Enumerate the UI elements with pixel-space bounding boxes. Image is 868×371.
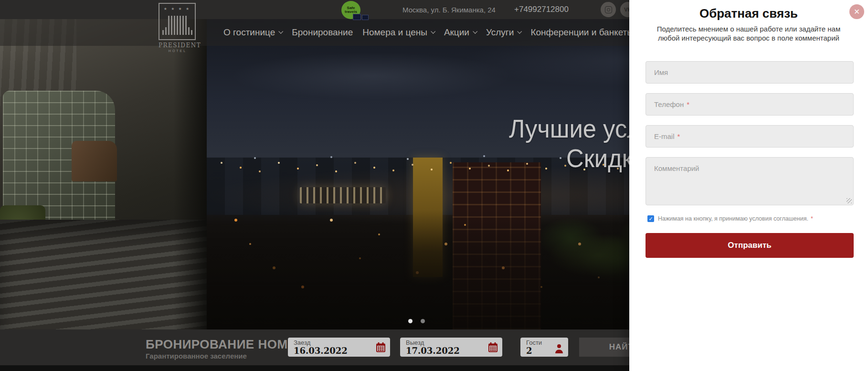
consent-row: ✓ Нажимая на кнопку, я принимаю условия … xyxy=(647,215,813,223)
submit-button[interactable]: Отправить xyxy=(646,233,854,258)
calendar-icon xyxy=(376,342,386,352)
name-input[interactable]: Имя xyxy=(646,61,854,84)
feedback-subtitle: Поделитесь мнением о нашей работе или за… xyxy=(644,24,854,42)
slider-dot-active[interactable] xyxy=(408,319,413,323)
nav-item-conferences[interactable]: Конференции и банкеты xyxy=(530,27,641,38)
hero-image-room xyxy=(0,19,207,329)
person-icon xyxy=(554,343,564,354)
hotel-logo[interactable]: ★ ★ ★ ★ PRESIDENT HOTEL xyxy=(159,3,197,56)
checkin-date-field[interactable]: Заезд 16.03.2022 xyxy=(288,338,390,357)
nav-item-services[interactable]: Услуги xyxy=(486,27,521,38)
logo-building-icon xyxy=(159,14,195,35)
chevron-down-icon xyxy=(431,29,435,34)
required-mark: * xyxy=(687,100,689,108)
feedback-title: Обратная связь xyxy=(629,6,868,21)
checkout-value: 17.03.2022 xyxy=(406,346,498,356)
required-mark: * xyxy=(811,215,813,222)
checkout-label: Выезд xyxy=(406,339,498,346)
nav-item-offers[interactable]: Акции xyxy=(444,27,476,38)
phone-input[interactable]: Телефон * xyxy=(646,93,854,116)
chevron-down-icon xyxy=(473,29,477,34)
logo-stars: ★ ★ ★ ★ xyxy=(159,7,195,11)
required-mark: * xyxy=(677,132,680,140)
calendar-icon xyxy=(488,342,498,352)
nav-item-about[interactable]: О гостинице xyxy=(223,27,282,38)
checkout-date-field[interactable]: Выезд 17.03.2022 xyxy=(400,338,502,357)
nav-item-booking[interactable]: Бронирование xyxy=(292,27,353,38)
page: Лучшие условия Скидка Safe travels Москв… xyxy=(0,0,868,371)
guests-field[interactable]: Гости 2 xyxy=(520,338,568,357)
email-input[interactable]: E-mail * xyxy=(646,125,854,148)
consent-checkbox[interactable]: ✓ xyxy=(647,215,654,222)
chevron-down-icon xyxy=(279,29,284,34)
chevron-down-icon xyxy=(518,29,522,34)
checkin-value: 16.03.2022 xyxy=(294,346,385,356)
comment-textarea[interactable]: Комментарий xyxy=(646,157,854,205)
booking-subtitle: Гарантированное заселение xyxy=(146,352,247,360)
logo-type: HOTEL xyxy=(159,49,197,53)
resize-handle-icon[interactable] xyxy=(847,198,852,203)
logo-frame: ★ ★ ★ ★ xyxy=(159,3,196,40)
safe-travels-badge: Safe travels xyxy=(341,1,366,21)
logo-name: PRESIDENT xyxy=(159,42,197,49)
consent-label: Нажимая на кнопку, я принимаю условия со… xyxy=(658,215,808,223)
hotel-phone[interactable]: +74992712800 xyxy=(514,5,569,14)
shade-decor xyxy=(173,19,207,329)
feedback-panel: × Обратная связь Поделитесь мнением о на… xyxy=(629,0,868,371)
slider-dot[interactable] xyxy=(421,319,425,323)
hotel-address: Москва, ул. Б. Якиманка, 24 xyxy=(402,6,496,14)
nav-item-rooms[interactable]: Номера и цены xyxy=(362,27,434,38)
armrest-decor xyxy=(72,141,117,181)
colonnade-decor xyxy=(300,187,386,203)
instagram-icon xyxy=(605,6,612,13)
instagram-button[interactable] xyxy=(601,2,616,17)
checkin-label: Заезд xyxy=(294,339,385,346)
